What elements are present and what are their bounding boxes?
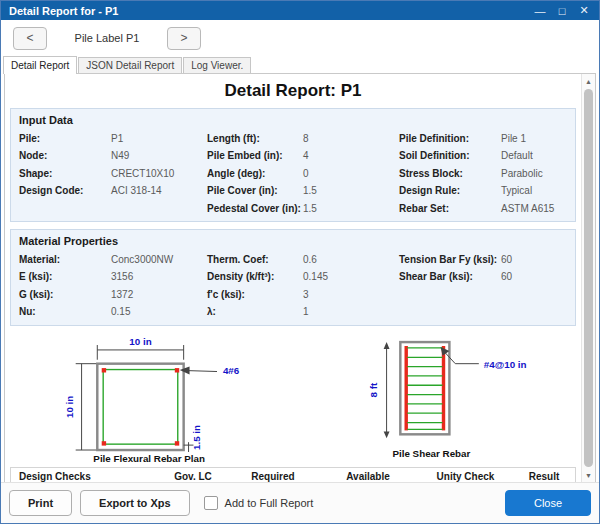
- field-label: Therm. Coef:: [207, 251, 303, 268]
- close-button[interactable]: Close: [505, 490, 591, 516]
- add-to-full-report-option: Add to Full Report: [204, 496, 314, 510]
- pile-label: Pile Label P1: [61, 32, 153, 44]
- col-header-unity-check: Unity Check: [418, 471, 513, 482]
- scroll-down-button[interactable]: ▼: [582, 468, 595, 482]
- field-value: 0.145: [303, 268, 399, 285]
- field-value: 0: [303, 165, 399, 182]
- window-title: Detail Report for - P1: [9, 5, 118, 17]
- field-value: Conc3000NW: [111, 251, 207, 268]
- field-label: Nu:: [19, 303, 111, 320]
- field-label: Stress Block:: [399, 165, 501, 182]
- flexural-rebar-plan-diagram: 10 in 10 in 4#6: [60, 333, 317, 465]
- field-label: Tension Bar Fy (ksi):: [399, 251, 501, 268]
- print-button[interactable]: Print: [9, 490, 72, 516]
- input-data-grid: Pile:P1 Length (ft):8 Pile Definition:Pi…: [19, 130, 567, 217]
- vertical-scrollbar[interactable]: ▲ ▼: [581, 74, 595, 482]
- field-value: Default: [501, 147, 567, 164]
- detail-report-dialog: { "window": { "title": "Detail Report fo…: [0, 0, 600, 524]
- material-properties-grid: Material:Conc3000NW Therm. Coef:0.6 Tens…: [19, 251, 567, 321]
- scrollbar-thumb[interactable]: [584, 89, 593, 467]
- field-label: Pile Cover (in):: [207, 182, 303, 199]
- col-header-available: Available: [318, 471, 418, 482]
- field-value: N49: [111, 147, 207, 164]
- field-label: E (ksi):: [19, 268, 111, 285]
- add-to-full-report-label: Add to Full Report: [225, 497, 314, 509]
- tab-strip: Detail Report JSON Detail Report Log Vie…: [1, 56, 599, 73]
- close-window-button[interactable]: ✕: [575, 3, 593, 18]
- field-label: f'c (ksi):: [207, 286, 303, 303]
- field-value: 8: [303, 130, 399, 147]
- dim-height-label: 10 in: [64, 395, 75, 417]
- input-data-heading: Input Data: [19, 112, 567, 130]
- window-title-bar: Detail Report for - P1 — □ ✕: [1, 1, 599, 20]
- minimize-button[interactable]: —: [531, 3, 549, 18]
- field-label: Node:: [19, 147, 111, 164]
- col-header-result: Result: [513, 471, 575, 482]
- pile-navigation: < Pile Label P1 >: [1, 20, 599, 56]
- field-label: [19, 200, 111, 217]
- field-label: Angle (deg):: [207, 165, 303, 182]
- design-checks-table: Design Checks Gov. LC Required Available…: [10, 467, 576, 482]
- field-label: Shear Bar (ksi):: [399, 268, 501, 285]
- field-value: 0.15: [111, 303, 207, 320]
- maximize-button[interactable]: □: [553, 3, 571, 18]
- material-properties-section: Material Properties Material:Conc3000NW …: [10, 229, 576, 326]
- add-to-full-report-checkbox[interactable]: [204, 496, 218, 510]
- tab-log-viewer[interactable]: Log Viewer.: [183, 57, 251, 73]
- field-value: ACI 318-14: [111, 182, 207, 199]
- scroll-up-button[interactable]: ▲: [582, 74, 595, 88]
- field-label: Design Rule:: [399, 182, 501, 199]
- cover-dim-label: 1.5 in: [191, 425, 202, 450]
- input-data-section: Input Data Pile:P1 Length (ft):8 Pile De…: [10, 108, 576, 222]
- chevron-left-icon: <: [26, 31, 33, 45]
- field-value: P1: [111, 130, 207, 147]
- field-value: Parabolic: [501, 165, 567, 182]
- previous-pile-button[interactable]: <: [13, 27, 47, 50]
- field-value: [501, 286, 567, 303]
- design-checks-header-row: Design Checks Gov. LC Required Available…: [11, 468, 575, 482]
- field-label: Soil Definition:: [399, 147, 501, 164]
- tab-detail-report[interactable]: Detail Report: [3, 56, 77, 74]
- field-value: Typical: [501, 182, 567, 199]
- shear-diagram-caption: Pile Shear Rebar: [393, 448, 471, 459]
- field-label: Design Code:: [19, 182, 111, 199]
- field-label: [399, 303, 501, 320]
- field-value: 1: [303, 303, 399, 320]
- shear-rebar-diagram: 8 ft #4@10 in: [365, 333, 581, 465]
- field-label: Density (k/ft³):: [207, 268, 303, 285]
- field-value: Pile 1: [501, 130, 567, 147]
- field-label: [399, 286, 501, 303]
- tab-json-detail-report[interactable]: JSON Detail Report: [78, 57, 182, 73]
- col-header-design-checks: Design Checks: [11, 471, 158, 482]
- shear-callout-label: #4@10 in: [484, 358, 527, 369]
- field-label: Pile Embed (in):: [207, 147, 303, 164]
- field-value: 1.5: [303, 200, 399, 217]
- next-pile-button[interactable]: >: [167, 27, 201, 50]
- report-title: Detail Report: P1: [5, 81, 581, 101]
- report-content: Detail Report: P1 Input Data Pile:P1 Len…: [5, 74, 581, 482]
- rebar-callout-label: 4#6: [223, 365, 240, 376]
- shear-height-label: 8 ft: [368, 382, 379, 397]
- rebar-diagrams: 10 in 10 in 4#6: [5, 333, 581, 465]
- field-value: 3: [303, 286, 399, 303]
- field-value: 0.6: [303, 251, 399, 268]
- material-properties-heading: Material Properties: [19, 233, 567, 251]
- field-label: Pile:: [19, 130, 111, 147]
- field-value: 1.5: [303, 182, 399, 199]
- field-value: 4: [303, 147, 399, 164]
- flexural-diagram-caption: Pile Flexural Rebar Plan: [93, 452, 205, 463]
- field-value: 60: [501, 268, 567, 285]
- field-value: CRECT10X10: [111, 165, 207, 182]
- field-label: Pile Definition:: [399, 130, 501, 147]
- field-label: Shape:: [19, 165, 111, 182]
- field-label: Material:: [19, 251, 111, 268]
- export-to-xps-button[interactable]: Export to Xps: [80, 490, 190, 516]
- field-label: Length (ft):: [207, 130, 303, 147]
- field-value: 60: [501, 251, 567, 268]
- col-header-gov-lc: Gov. LC: [158, 471, 228, 482]
- field-label: G (ksi):: [19, 286, 111, 303]
- field-value: ASTM A615: [501, 200, 567, 217]
- field-value: 1372: [111, 286, 207, 303]
- field-value: [111, 200, 207, 217]
- chevron-right-icon: >: [180, 31, 187, 45]
